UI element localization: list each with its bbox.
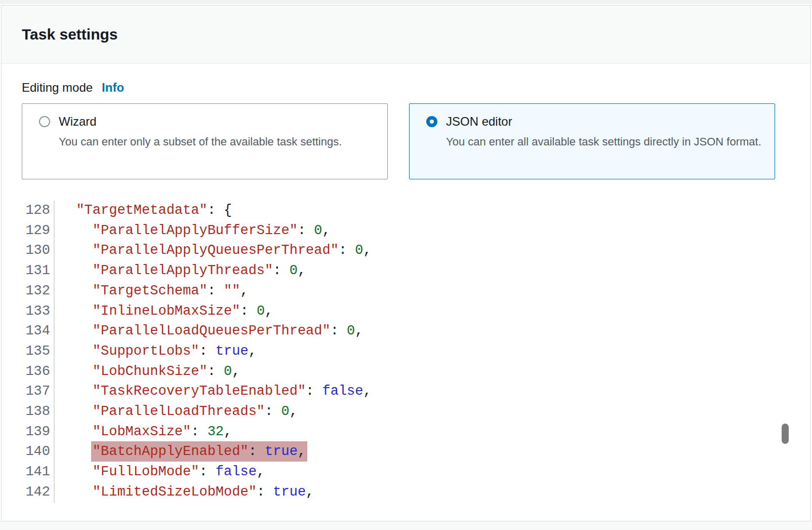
editing-mode-row: Editing mode Info xyxy=(22,81,790,95)
line-number: 134 xyxy=(22,321,55,342)
line-number: 139 xyxy=(22,422,55,442)
code-text: "TaskRecoveryTableEnabled": false, xyxy=(55,382,372,402)
line-number: 142 xyxy=(22,482,55,503)
code-line[interactable]: 131 "ParallelApplyThreads": 0, xyxy=(22,261,790,281)
tile-json-editor-description: You can enter all available task setting… xyxy=(446,134,762,150)
code-text: "ParallelLoadQueuesPerThread": 0, xyxy=(55,321,363,342)
code-line[interactable]: 141 "FullLobMode": false, xyxy=(22,462,790,482)
top-divider-strip xyxy=(0,0,812,4)
editing-mode-tiles: Wizard You can enter only a subset of th… xyxy=(22,103,790,179)
line-number: 140 xyxy=(22,442,55,462)
code-text: "BatchApplyEnabled": true, xyxy=(55,442,306,462)
code-text: "LobMaxSize": 32, xyxy=(55,422,232,442)
tile-json-editor-head: JSON editor xyxy=(426,115,762,129)
line-number: 136 xyxy=(22,362,55,382)
line-number: 135 xyxy=(22,342,55,362)
code-line[interactable]: 142 "LimitedSizeLobMode": true, xyxy=(22,482,790,503)
code-line[interactable]: 133 "InlineLobMaxSize": 0, xyxy=(22,301,790,322)
code-line[interactable]: 135 "SupportLobs": true, xyxy=(22,342,790,362)
code-line[interactable]: 140 "BatchApplyEnabled": true, xyxy=(22,442,790,462)
code-line[interactable]: 137 "TaskRecoveryTableEnabled": false, xyxy=(22,382,790,402)
line-number: 130 xyxy=(22,241,55,261)
line-number: 138 xyxy=(22,402,55,422)
json-editor-radio-button[interactable] xyxy=(426,116,437,127)
tile-wizard-title: Wizard xyxy=(59,115,97,129)
code-text: "ParallelApplyBufferSize": 0, xyxy=(55,221,331,241)
editing-mode-label: Editing mode xyxy=(22,81,93,95)
code-line[interactable]: 134 "ParallelLoadQueuesPerThread": 0, xyxy=(22,321,790,342)
bottom-divider-strip xyxy=(0,521,812,530)
code-text: "FullLobMode": false, xyxy=(55,462,265,482)
task-settings-panel: Task settings Editing mode Info Wizard Y… xyxy=(1,5,811,521)
tile-json-editor-title: JSON editor xyxy=(446,115,512,129)
line-number: 133 xyxy=(22,301,55,322)
tile-wizard-head: Wizard xyxy=(39,115,375,129)
tile-json-editor[interactable]: JSON editor You can enter all available … xyxy=(409,103,775,179)
page-title: Task settings xyxy=(22,26,118,43)
code-text: "InlineLobMaxSize": 0, xyxy=(55,301,273,322)
tile-wizard[interactable]: Wizard You can enter only a subset of th… xyxy=(22,103,388,179)
code-text: "TargetMetadata": { xyxy=(55,201,232,221)
scrollbar-thumb[interactable] xyxy=(782,424,789,444)
panel-body: Editing mode Info Wizard You can enter o… xyxy=(2,64,810,503)
wizard-radio-button[interactable] xyxy=(39,116,50,127)
highlighted-code: "BatchApplyEnabled": true, xyxy=(91,441,307,462)
line-number: 128 xyxy=(22,201,55,221)
panel-header: Task settings xyxy=(2,6,810,64)
line-number: 141 xyxy=(22,462,55,482)
info-link[interactable]: Info xyxy=(102,81,124,95)
code-line[interactable]: 132 "TargetSchema": "", xyxy=(22,281,790,301)
code-line[interactable]: 130 "ParallelApplyQueuesPerThread": 0, xyxy=(22,241,790,261)
code-line[interactable]: 128 "TargetMetadata": { xyxy=(22,201,790,221)
code-text: "SupportLobs": true, xyxy=(55,342,257,362)
code-line[interactable]: 136 "LobChunkSize": 0, xyxy=(22,362,790,382)
code-line[interactable]: 139 "LobMaxSize": 32, xyxy=(22,422,790,442)
code-line[interactable]: 138 "ParallelLoadThreads": 0, xyxy=(22,402,790,422)
line-number: 129 xyxy=(22,221,55,241)
code-line[interactable]: 129 "ParallelApplyBufferSize": 0, xyxy=(22,221,790,241)
line-number: 132 xyxy=(22,281,55,301)
code-text: "ParallelApplyThreads": 0, xyxy=(55,261,306,281)
json-code-editor[interactable]: 128 "TargetMetadata": {129 "ParallelAppl… xyxy=(22,201,790,503)
code-text: "ParallelApplyQueuesPerThread": 0, xyxy=(55,241,372,261)
code-text: "TargetSchema": "", xyxy=(55,281,249,301)
code-text: "LimitedSizeLobMode": true, xyxy=(55,482,314,503)
line-number: 137 xyxy=(22,382,55,402)
code-text: "ParallelLoadThreads": 0, xyxy=(55,402,298,422)
code-text: "LobChunkSize": 0, xyxy=(55,362,240,382)
line-number: 131 xyxy=(22,261,55,281)
tile-wizard-description: You can enter only a subset of the avail… xyxy=(59,134,375,150)
